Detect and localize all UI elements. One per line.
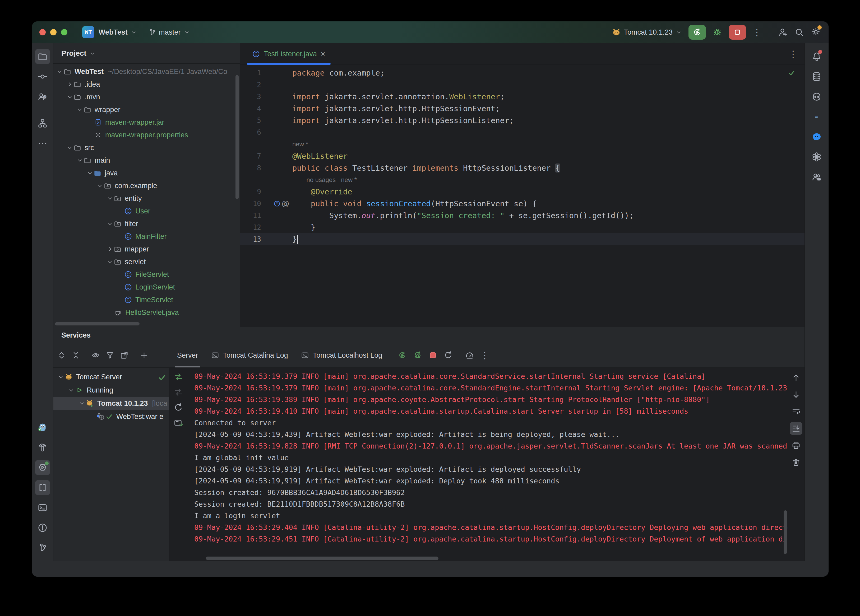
services-expand-icon[interactable]: [57, 351, 66, 360]
project-tree-item[interactable]: com.example: [53, 179, 240, 192]
project-tree-item[interactable]: CUser: [53, 205, 240, 217]
project-tree-item[interactable]: CTimeServlet: [53, 293, 240, 306]
more-actions-icon[interactable]: ⋮: [752, 28, 761, 37]
console-more-icon[interactable]: ⋮: [480, 351, 489, 360]
project-tree-item[interactable]: CLoginServlet: [53, 281, 240, 293]
toolwindow-build[interactable]: [35, 440, 50, 455]
run-config-selector[interactable]: Tomcat 10.1.23: [612, 27, 682, 37]
deploy-disabled-icon[interactable]: [173, 387, 184, 397]
toolwindow-pull-requests[interactable]: ?: [35, 89, 50, 104]
code-editor[interactable]: 1package com.example;23import jakarta.se…: [240, 65, 805, 327]
code-line[interactable]: 12}: [240, 221, 805, 233]
project-tree-item[interactable]: main: [53, 154, 240, 167]
services-eye-icon[interactable]: [91, 351, 100, 360]
toolwindow-collaboration[interactable]: [809, 169, 824, 185]
services-funnel-icon[interactable]: [105, 351, 115, 360]
toolwindow-terminal[interactable]: [35, 500, 50, 516]
toolwindow-more-tool-windows[interactable]: [35, 136, 50, 151]
toolwindow-openai[interactable]: [809, 149, 824, 165]
soft-wrap-button[interactable]: [790, 405, 802, 418]
up-button[interactable]: [790, 371, 802, 384]
toolwindow-notifications[interactable]: [809, 49, 824, 64]
deploy-icon[interactable]: [173, 372, 184, 382]
tree-chevron-icon[interactable]: [66, 81, 74, 88]
project-widget[interactable]: WebTest: [99, 28, 137, 36]
code-line[interactable]: 11System.out.println("Session created: "…: [240, 210, 805, 221]
stop-button[interactable]: [729, 25, 746, 40]
rerun-button[interactable]: [689, 25, 706, 40]
services-tab[interactable]: Tomcat Localhost Log: [294, 343, 389, 367]
tree-chevron-icon[interactable]: [106, 220, 114, 227]
scroll-console-icon[interactable]: [173, 418, 184, 428]
code-line[interactable]: 7@WebListener: [240, 150, 805, 162]
settings-button[interactable]: [811, 27, 821, 38]
code-with-me-icon[interactable]: [778, 27, 788, 37]
services-plus-icon[interactable]: [140, 351, 149, 360]
code-line[interactable]: 5import jakarta.servlet.http.HttpSession…: [240, 114, 805, 126]
toolwindow-project[interactable]: [35, 49, 50, 64]
toolwindow-maven[interactable]: m: [809, 109, 824, 124]
code-line[interactable]: 4import jakarta.servlet.http.HttpSession…: [240, 102, 805, 114]
close-window-button[interactable]: [39, 29, 46, 35]
down-button[interactable]: [790, 388, 802, 401]
print-button[interactable]: [790, 439, 802, 452]
code-line[interactable]: 1package com.example;: [240, 67, 805, 79]
service-tree-item[interactable]: Tomcat Server: [53, 370, 169, 384]
console-vertical-scrollbar[interactable]: [784, 510, 787, 554]
tree-chevron-icon[interactable]: [66, 144, 74, 151]
project-tree-item[interactable]: .idea: [53, 78, 240, 91]
tab-options-icon[interactable]: ⋮: [789, 49, 798, 58]
tree-chevron-icon[interactable]: [66, 93, 74, 100]
project-tree-item[interactable]: HelloServlet.java: [53, 306, 240, 319]
tree-chevron-icon[interactable]: [86, 169, 94, 177]
toolwindow-database[interactable]: [809, 69, 824, 84]
tree-chevron-icon[interactable]: [76, 157, 83, 164]
code-line[interactable]: 10@public void sessionCreated(HttpSessio…: [240, 197, 805, 210]
code-line[interactable]: 3import jakarta.servlet.annotation.WebLi…: [240, 91, 805, 102]
console-stopFill-icon[interactable]: [428, 351, 438, 360]
code-line[interactable]: 2: [240, 79, 805, 91]
branch-widget[interactable]: master: [148, 28, 190, 36]
toolwindow-structure[interactable]: [35, 116, 50, 131]
console-rerunBug-icon[interactable]: [413, 351, 422, 360]
tree-chevron-icon[interactable]: [106, 195, 114, 202]
project-panel-header[interactable]: Project: [53, 43, 240, 64]
console-horizontal-scrollbar[interactable]: [206, 556, 438, 560]
project-tree-item[interactable]: .mvn: [53, 91, 240, 103]
scroll-to-end-button[interactable]: [790, 422, 802, 435]
code-line[interactable]: 9@Override: [240, 186, 805, 197]
toolwindow-commit[interactable]: [35, 69, 50, 84]
project-tree-item[interactable]: CMainFilter: [53, 230, 240, 243]
project-tree-item[interactable]: maven-wrapper.properties: [53, 129, 240, 141]
toolwindow-chat[interactable]: [809, 129, 824, 144]
debug-button[interactable]: [712, 27, 722, 38]
project-tree-item[interactable]: filter: [53, 217, 240, 230]
service-tree-item[interactable]: Tomcat 10.1.23[loca: [53, 397, 169, 410]
project-tree-item[interactable]: CFileServlet: [53, 268, 240, 281]
project-vertical-scrollbar[interactable]: [235, 75, 239, 199]
services-openNew-icon[interactable]: [120, 351, 129, 360]
console-refresh-icon[interactable]: [444, 351, 453, 360]
editor-tab[interactable]: C TestListener.java ×: [246, 43, 331, 64]
services-tab[interactable]: Server: [171, 343, 204, 367]
toolwindow-version-control[interactable]: [35, 540, 50, 555]
toolwindow-ai-assistant[interactable]: [35, 420, 50, 435]
tree-chevron-icon[interactable]: [76, 106, 83, 113]
project-tree-item[interactable]: WebTest~/Desktop/CS/JavaEE/1 JavaWeb/Co: [53, 65, 240, 78]
refresh-icon[interactable]: [173, 403, 184, 412]
toolwindow-dev-container[interactable]: [35, 480, 50, 495]
service-tree-item[interactable]: Running: [53, 384, 169, 397]
tree-chevron-icon[interactable]: [78, 400, 86, 407]
toolwindow-services[interactable]: [35, 460, 50, 475]
services-tab[interactable]: Tomcat Catalina Log: [204, 343, 294, 367]
tree-chevron-icon[interactable]: [57, 373, 64, 381]
tree-chevron-icon[interactable]: [106, 258, 114, 265]
clear-button[interactable]: [790, 456, 802, 469]
search-everywhere-icon[interactable]: [794, 27, 804, 37]
close-tab-icon[interactable]: ×: [320, 50, 325, 58]
project-tree-item[interactable]: entity: [53, 192, 240, 205]
project-tree-item[interactable]: servlet: [53, 255, 240, 268]
tree-chevron-icon[interactable]: [67, 386, 75, 394]
tree-chevron-icon[interactable]: [56, 68, 63, 75]
toolwindow-copilot[interactable]: [809, 89, 824, 104]
